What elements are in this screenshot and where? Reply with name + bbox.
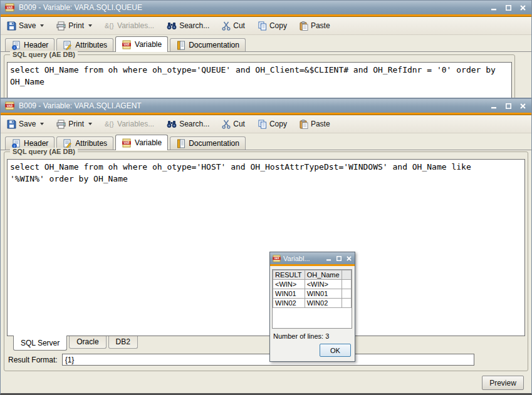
var-object-icon: VAR: [273, 255, 281, 262]
search-button[interactable]: Search...: [167, 21, 209, 30]
print-icon: [56, 21, 66, 31]
table-header-row: RESULT OH_Name: [273, 270, 352, 280]
maximize-icon[interactable]: [504, 102, 513, 110]
variables-button: &{} Variables...: [105, 120, 154, 128]
close-icon[interactable]: [518, 4, 527, 11]
print-button[interactable]: Print: [56, 120, 92, 129]
svg-text:&{}: &{}: [105, 22, 114, 29]
accent-bar: [270, 264, 355, 266]
minimize-icon[interactable]: [489, 4, 498, 11]
cell-oh-name[interactable]: WIN02: [305, 299, 342, 308]
save-icon: [7, 120, 16, 129]
table-row[interactable]: WIN02 WIN02: [273, 299, 352, 308]
cut-button[interactable]: Cut: [222, 21, 245, 31]
attributes-tab-icon: [63, 139, 72, 148]
result-format-label: Result Format:: [8, 356, 58, 364]
close-icon[interactable]: [345, 255, 352, 262]
tab-header-label: Header: [24, 41, 48, 49]
paste-icon: [300, 120, 308, 129]
paste-button[interactable]: Paste: [300, 120, 330, 129]
paste-label: Paste: [311, 120, 330, 128]
minimize-icon[interactable]: [489, 102, 498, 110]
table-row[interactable]: <WIN> <WIN>: [273, 280, 352, 289]
sql-query-group-label: SQL query (AE DB): [10, 51, 78, 59]
dialog-titlebar[interactable]: VAR Variabl...: [270, 252, 355, 264]
cell-result[interactable]: WIN02: [273, 299, 305, 308]
paste-button[interactable]: Paste: [300, 21, 330, 31]
tab-variable[interactable]: VAR Variable: [115, 135, 168, 150]
table-row[interactable]: WIN01 WIN01: [273, 289, 352, 299]
tab-sql-server[interactable]: SQL Server: [13, 336, 67, 351]
window-vara-sqli-queue: VAR B009 - Variable: VARA.SQLI.QUEUE Sav…: [0, 0, 532, 98]
tab-variable-label: Variable: [135, 138, 162, 147]
tab-header[interactable]: i Header: [5, 38, 55, 51]
svg-text:&{}: &{}: [105, 120, 114, 128]
maximize-icon[interactable]: [504, 4, 513, 11]
cut-button[interactable]: Cut: [222, 120, 245, 129]
scissors-icon: [222, 21, 231, 31]
binoculars-icon: [167, 21, 177, 30]
tab-documentation-label: Documentation: [189, 139, 239, 148]
save-dropdown-icon[interactable]: [40, 24, 44, 27]
tab-attributes[interactable]: Attributes: [56, 38, 113, 51]
copy-button[interactable]: Copy: [258, 21, 287, 31]
print-dropdown-icon[interactable]: [88, 24, 92, 27]
svg-text:VAR: VAR: [274, 257, 279, 260]
preview-button[interactable]: Preview: [482, 376, 524, 390]
titlebar[interactable]: VAR B009 - Variable: VARA.SQLI.QUEUE: [1, 1, 531, 14]
print-label: Print: [68, 21, 84, 30]
var-object-icon: VAR: [5, 101, 14, 110]
paste-label: Paste: [311, 21, 330, 30]
cell-oh-name[interactable]: WIN01: [305, 289, 342, 299]
tab-variable-label: Variable: [135, 40, 162, 49]
cell-result[interactable]: <WIN>: [273, 280, 305, 289]
window-title: B009 - Variable: VARA.SQLI.QUEUE: [19, 3, 485, 12]
tab-attributes-label: Attributes: [75, 139, 107, 148]
cell-empty: [342, 289, 351, 299]
number-of-lines-status: Number of lines: 3: [273, 332, 329, 340]
maximize-icon[interactable]: [335, 255, 342, 262]
tab-documentation[interactable]: Documentation: [170, 136, 246, 150]
bottom-button-bar: Preview: [1, 371, 531, 394]
save-label: Save: [19, 21, 36, 30]
tab-variable[interactable]: VAR Variable: [115, 36, 168, 52]
tab-documentation[interactable]: Documentation: [170, 38, 246, 51]
cell-result[interactable]: WIN01: [273, 289, 305, 299]
documentation-tab-icon: [176, 139, 185, 148]
variable-preview-dialog: VAR Variabl... RESULT OH_Name <WIN> <WIN…: [269, 252, 355, 362]
cell-empty: [342, 299, 351, 308]
column-header-oh-name[interactable]: OH_Name: [305, 270, 342, 280]
cell-oh-name[interactable]: <WIN>: [305, 280, 342, 289]
save-button[interactable]: Save: [7, 120, 44, 129]
result-format-input[interactable]: [62, 354, 474, 366]
tab-db2[interactable]: DB2: [108, 336, 138, 349]
column-header-result[interactable]: RESULT: [273, 270, 305, 280]
print-button[interactable]: Print: [56, 21, 92, 31]
titlebar[interactable]: VAR B009 - Variable: VARA.SQLI.AGENT: [1, 99, 531, 113]
save-button[interactable]: Save: [7, 21, 44, 31]
save-dropdown-icon[interactable]: [40, 123, 44, 125]
copy-button[interactable]: Copy: [258, 120, 287, 129]
minimize-icon[interactable]: [325, 255, 332, 262]
save-label: Save: [19, 120, 36, 128]
preview-result-table: RESULT OH_Name <WIN> <WIN> WIN01 WIN01 W…: [273, 270, 352, 308]
variable-tab-content: SQL query (AE DB) select OH_Name from oh…: [1, 150, 531, 394]
ok-button[interactable]: OK: [320, 344, 351, 357]
print-dropdown-icon[interactable]: [88, 123, 92, 125]
scissors-icon: [222, 120, 231, 129]
sql-query-groupbox: SQL query (AE DB) select OH_Name from oh…: [4, 54, 515, 98]
sql-query-editor[interactable]: select OH_Name from oh where oh_otype='H…: [7, 159, 525, 336]
tab-header-label: Header: [24, 139, 48, 148]
result-format-row: Result Format:: [8, 354, 474, 366]
header-tab-icon: i: [11, 41, 21, 50]
paste-icon: [300, 21, 308, 31]
cut-label: Cut: [233, 21, 245, 30]
tab-oracle[interactable]: Oracle: [69, 336, 106, 349]
sql-query-editor[interactable]: select OH_Name from oh where oh_otype='Q…: [7, 62, 512, 98]
search-button[interactable]: Search...: [167, 120, 209, 128]
variables-label: Variables...: [117, 120, 154, 128]
search-label: Search...: [179, 21, 209, 30]
copy-icon: [258, 120, 267, 129]
close-icon[interactable]: [518, 102, 527, 110]
object-tab-bar: i Header Attributes VAR Variable Documen…: [1, 35, 531, 52]
